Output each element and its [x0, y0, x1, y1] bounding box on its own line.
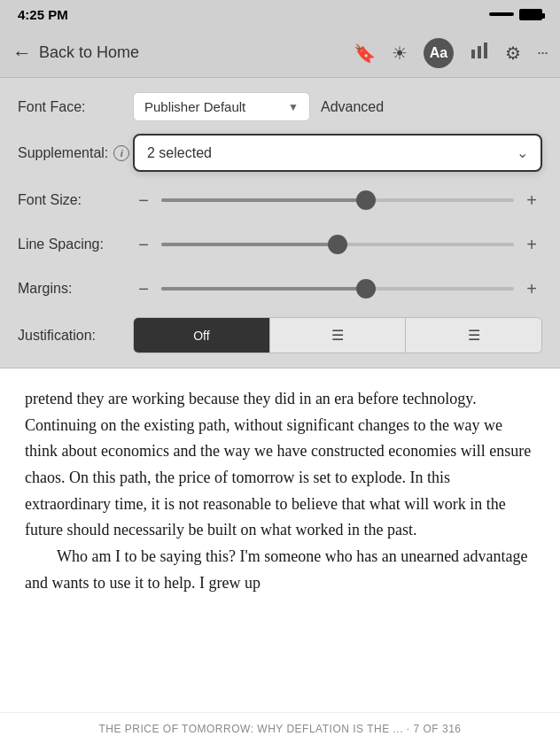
font-face-dropdown[interactable]: Publisher Default ▼	[133, 92, 310, 121]
justification-label: Justification:	[18, 328, 133, 344]
book-paragraph-1: pretend they are working because they di…	[25, 386, 535, 544]
status-right	[489, 9, 542, 20]
book-footer: THE PRICE OF TOMORROW: WHY DEFLATION IS …	[0, 712, 560, 744]
nav-right: 🔖 ☀ Aa ⚙ ···	[354, 38, 548, 68]
brightness-icon[interactable]: ☀	[392, 43, 408, 64]
font-face-controls: Publisher Default ▼ Advanced	[133, 92, 542, 121]
book-text: pretend they are working because they di…	[25, 386, 535, 597]
justify-full-icon: ☰	[468, 328, 480, 343]
battery-icon	[519, 9, 542, 20]
svg-rect-1	[478, 46, 481, 58]
font-size-label: Font Size:	[18, 192, 133, 208]
font-size-track[interactable]	[161, 198, 514, 202]
line-spacing-track[interactable]	[161, 243, 514, 246]
margins-increase-button[interactable]: +	[521, 280, 542, 298]
book-content: pretend they are working because they di…	[0, 368, 560, 712]
line-spacing-slider-controls: − +	[133, 236, 542, 253]
justification-full-button[interactable]: ☰	[406, 318, 541, 353]
font-size-row: Font Size: − +	[18, 184, 542, 216]
nav-left: ← Back to Home	[12, 42, 139, 65]
settings-panel: Font Face: Publisher Default ▼ Advanced …	[0, 78, 560, 368]
justify-left-icon: ☰	[331, 328, 344, 343]
font-size-fill	[161, 198, 366, 202]
font-settings-button[interactable]: Aa	[424, 38, 454, 68]
line-spacing-label: Line Spacing:	[18, 236, 133, 252]
margins-track[interactable]	[161, 287, 514, 291]
font-face-row: Font Face: Publisher Default ▼ Advanced	[18, 92, 542, 121]
info-icon[interactable]: i	[113, 145, 129, 161]
margins-row: Margins: − +	[18, 273, 542, 305]
line-spacing-decrease-button[interactable]: −	[133, 236, 154, 253]
font-size-thumb[interactable]	[356, 190, 376, 210]
more-options-icon[interactable]: ···	[537, 43, 548, 62]
font-size-slider-controls: − +	[133, 191, 542, 209]
supplemental-dropdown[interactable]: 2 selected ⌄	[133, 134, 542, 172]
margins-slider-controls: − +	[133, 280, 542, 298]
font-face-chevron-icon: ▼	[288, 101, 299, 113]
margins-decrease-button[interactable]: −	[133, 280, 154, 298]
chart-icon[interactable]	[470, 41, 489, 65]
justification-left-button[interactable]: ☰	[270, 318, 407, 353]
supplemental-chevron-icon: ⌄	[517, 144, 528, 161]
line-spacing-fill	[161, 243, 338, 246]
status-time: 4:25 PM	[18, 7, 68, 22]
svg-rect-2	[484, 43, 487, 58]
line-spacing-increase-button[interactable]: +	[521, 236, 542, 253]
margins-fill	[161, 287, 366, 291]
advanced-button[interactable]: Advanced	[321, 99, 384, 115]
margins-label: Margins:	[18, 281, 133, 297]
supplemental-label: Supplemental: i	[18, 145, 133, 161]
back-arrow-icon[interactable]: ←	[12, 42, 32, 65]
supplemental-row: Supplemental: i 2 selected ⌄	[18, 134, 542, 172]
supplemental-value: 2 selected	[147, 145, 212, 161]
back-to-home-label[interactable]: Back to Home	[39, 43, 139, 62]
svg-rect-0	[471, 50, 475, 58]
status-bar: 4:25 PM	[0, 0, 560, 28]
line-spacing-thumb[interactable]	[328, 235, 347, 254]
book-paragraph-2: Who am I to be saying this? I'm someone …	[25, 544, 535, 596]
justification-row: Justification: Off ☰ ☰	[18, 317, 542, 353]
gear-icon[interactable]: ⚙	[505, 43, 521, 64]
line-spacing-row: Line Spacing: − +	[18, 229, 542, 260]
nav-bar: ← Back to Home 🔖 ☀ Aa ⚙ ···	[0, 28, 560, 78]
book-footer-text: THE PRICE OF TOMORROW: WHY DEFLATION IS …	[98, 723, 461, 735]
justification-off-button[interactable]: Off	[134, 318, 270, 353]
margins-thumb[interactable]	[356, 279, 376, 298]
font-face-value: Publisher Default	[144, 99, 245, 114]
font-size-increase-button[interactable]: +	[521, 191, 542, 209]
font-face-label: Font Face:	[18, 99, 133, 115]
justification-controls: Off ☰ ☰	[133, 317, 542, 353]
font-size-decrease-button[interactable]: −	[133, 191, 154, 209]
bookmark-icon[interactable]: 🔖	[354, 43, 376, 64]
signal-icon	[489, 12, 514, 16]
